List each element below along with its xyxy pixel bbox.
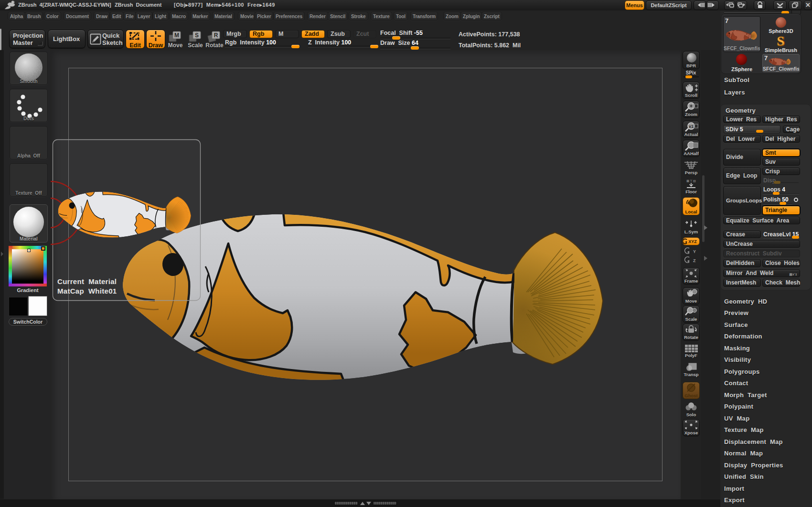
- svg-text:▦ Y ▧: ▦ Y ▧: [686, 179, 696, 182]
- svg-text:Z: Z: [693, 258, 696, 263]
- svg-text:x1: x1: [689, 124, 694, 129]
- svg-text:Y: Y: [693, 249, 696, 254]
- svg-text:XYZ: XYZ: [688, 239, 697, 244]
- svg-text:S: S: [195, 32, 199, 39]
- svg-text:M: M: [174, 32, 179, 39]
- svg-text:S: S: [777, 33, 784, 48]
- svg-text:R: R: [214, 32, 218, 39]
